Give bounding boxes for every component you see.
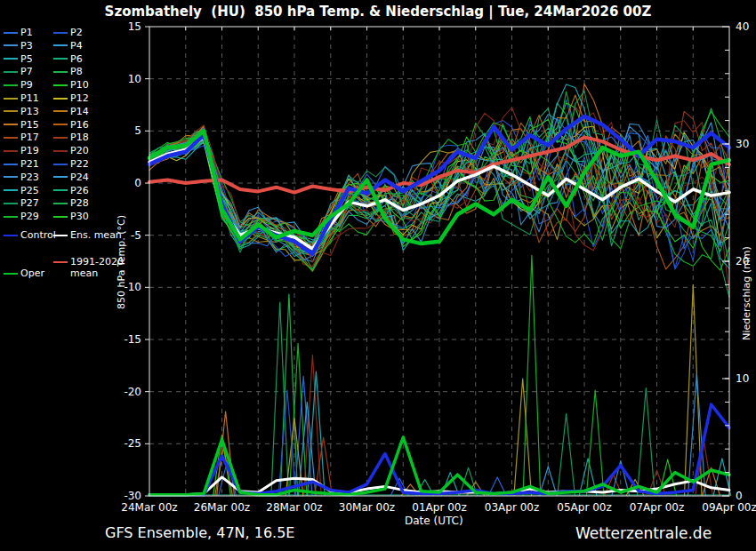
left-tick-label: -10 (124, 281, 141, 293)
left-tick-label: -20 (124, 386, 141, 398)
left-tick-label: 15 (128, 20, 141, 33)
x-tick-label: 05Apr 00z (557, 501, 611, 514)
left-tick-label: -30 (124, 490, 141, 502)
right-tick-label: 40 (736, 20, 749, 33)
x-tick-label: 26Mar 00z (194, 501, 250, 514)
right-tick-label: 20 (736, 255, 749, 268)
plot-frame (145, 27, 729, 496)
x-tick-label: 01Apr 00z (412, 501, 466, 514)
ensemble-chart: 151050-5-10-15-20-25-3040302010024Mar 00… (0, 0, 756, 551)
brand-caption: Wetterzentrale.de (575, 524, 712, 542)
model-caption: GFS Ensemble, 47N, 16.5E (105, 524, 294, 541)
gridlines (149, 27, 729, 496)
right-tick-label: 30 (736, 138, 749, 150)
chart-window: Szombathely (HU) 850 hPa Temp. & Nieders… (0, 0, 756, 551)
left-tick-label: -25 (124, 437, 141, 450)
ensemble-members-precip (149, 255, 731, 495)
right-tick-label: 0 (736, 490, 743, 502)
right-tick-label: 10 (736, 372, 749, 385)
x-tick-label: 24Mar 00z (121, 501, 177, 514)
left-tick-label: -5 (131, 229, 141, 242)
x-tick-label: 09Apr 00z (702, 501, 756, 514)
left-tick-label: 5 (134, 124, 141, 137)
x-tick-label: 03Apr 00z (485, 501, 539, 514)
x-tick-label: 28Mar 00z (266, 501, 322, 514)
x-tick-label: 30Mar 00z (339, 501, 395, 514)
tick-labels: 151050-5-10-15-20-25-3040302010024Mar 00… (121, 20, 756, 514)
x-tick-label: 07Apr 00z (630, 501, 684, 514)
left-tick-label: 10 (128, 73, 141, 85)
left-tick-label: 0 (134, 177, 141, 189)
left-tick-label: -15 (124, 333, 141, 346)
